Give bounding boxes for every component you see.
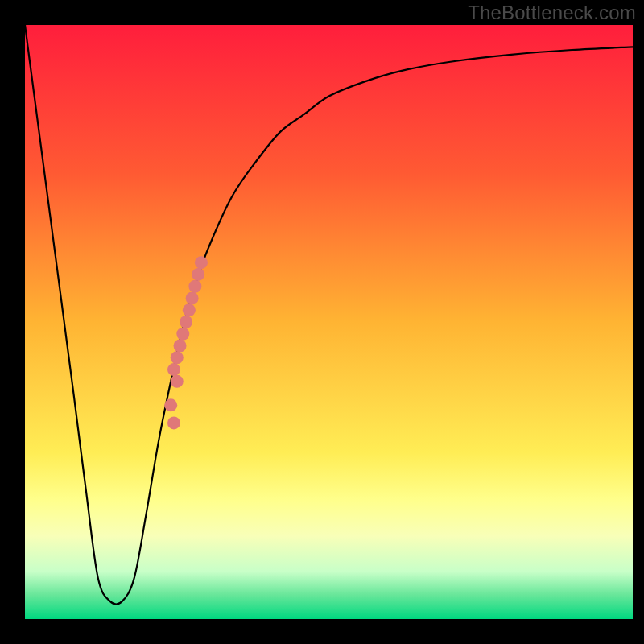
highlight-point [167,363,180,376]
chart-svg [0,0,644,644]
highlight-point [164,398,177,411]
highlight-point [188,280,201,293]
highlight-point [167,416,180,429]
highlight-point [195,256,208,269]
highlight-point [176,328,189,341]
highlight-point [183,303,196,316]
watermark-text: TheBottleneck.com [468,2,636,24]
bottleneck-chart: TheBottleneck.com [0,0,644,644]
plot-background [25,25,633,619]
highlight-point [171,351,184,364]
highlight-point [180,316,192,328]
highlight-point [192,268,204,281]
highlight-point [171,375,184,388]
highlight-point [174,340,187,353]
highlight-point [186,291,199,304]
